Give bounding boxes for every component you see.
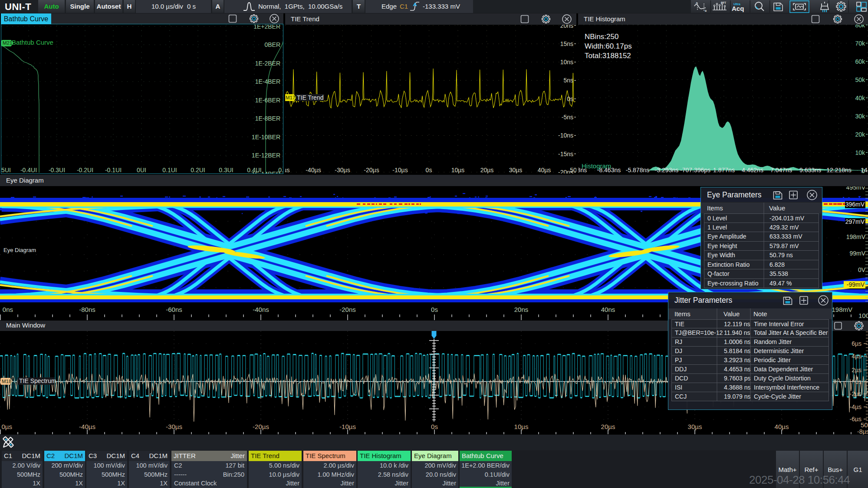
svg-text:40µs: 40µs [538,167,551,174]
svg-text:0s: 0s [567,95,573,102]
svg-text:14.8(: 14.8( [861,167,868,174]
svg-text:TIE Spectrum: TIE Spectrum [19,377,56,384]
svg-text:Eye Diagram: Eye Diagram [3,247,36,253]
svg-text:0s: 0s [431,306,438,313]
svg-text:Bathtub Curve: Bathtub Curve [12,39,53,46]
svg-text:-10ns: -10ns [558,132,573,139]
svg-text:Histogram: Histogram [582,162,611,170]
svg-text:Width:60.17ps: Width:60.17ps [585,42,632,50]
svg-text:-6µs: -6µs [849,416,861,422]
svg-text:0.1UI: 0.1UI [162,167,177,174]
svg-text:20k: 20k [855,131,865,138]
svg-text:0s: 0s [855,378,861,385]
svg-text:0µs: 0µs [285,167,289,174]
svg-text:1E-4BER: 1E-4BER [255,78,280,85]
svg-text:1.877ns: 1.877ns [713,167,735,174]
svg-text:396mV: 396mV [845,201,865,208]
svg-text:-40µs: -40µs [79,423,95,430]
svg-text:5UI: 5UI [1,167,11,174]
svg-text:-30µs: -30µs [335,167,350,174]
svg-text:0.3UI: 0.3UI [219,167,233,174]
svg-text:15ns: 15ns [560,40,573,47]
svg-text:M18: M18 [2,379,11,384]
svg-text:-10µs: -10µs [339,423,356,430]
svg-text:0µs: 0µs [2,423,13,430]
svg-text:-0.2UI: -0.2UI [77,167,93,174]
svg-text:0s: 0s [431,423,438,430]
svg-text:-20µs: -20µs [364,167,379,174]
svg-text:-2µs: -2µs [849,390,861,397]
svg-text:1E-8BER: 1E-8BER [255,115,280,122]
svg-text:0BER: 0BER [264,41,280,48]
svg-text:4µs: 4µs [852,353,861,360]
svg-text:10k: 10k [855,149,865,156]
svg-text:0ns: 0ns [3,306,13,313]
svg-text:-10µs: -10µs [392,167,408,174]
svg-text:-80ns: -80ns [79,306,95,313]
svg-text:-707.396ps: -707.396ps [680,167,710,174]
svg-text:10µs: 10µs [451,167,465,174]
svg-text:-4µs: -4µs [849,403,861,410]
svg-text:60k: 60k [855,58,865,65]
svg-text:100: 100 [858,312,868,319]
svg-text:-15ns: -15ns [558,151,573,157]
svg-text:20ns: 20ns [514,306,529,313]
svg-text:198mV: 198mV [846,233,866,240]
svg-text:297mV: 297mV [845,218,865,225]
svg-text:NBins:250: NBins:250 [585,33,618,41]
svg-text:495mV: 495mV [846,187,866,191]
svg-text:-40µs: -40µs [306,167,321,174]
svg-text:-0.3UI: -0.3UI [49,167,65,174]
svg-text:99mV: 99mV [849,250,865,257]
svg-text:40µs: 40µs [775,423,789,430]
svg-text:-3.293ns: -3.293ns [655,167,678,174]
svg-text:40k: 40k [855,95,865,102]
svg-text:30k: 30k [855,113,865,120]
svg-text:-30µs: -30µs [166,423,182,430]
svg-text:4.462ns: 4.462ns [742,167,763,174]
svg-text:M17: M17 [286,95,295,100]
svg-text:10µs: 10µs [514,423,529,430]
svg-text:2µs: 2µs [852,367,861,373]
svg-text:10ns: 10ns [560,59,573,66]
svg-text:7.047ns: 7.047ns [770,167,792,174]
svg-text:-5ns: -5ns [562,114,573,121]
svg-text:50: 50 [861,422,868,429]
svg-text:12.218ns: 12.218ns [826,167,852,174]
svg-text:M21: M21 [3,40,12,46]
svg-text:50: 50 [570,167,576,174]
svg-text:-40ns: -40ns [253,306,269,313]
svg-text:1E-2BER: 1E-2BER [255,60,280,67]
svg-text:70k: 70k [855,40,865,47]
svg-text:-8µs: -8µs [857,428,868,435]
svg-text:6µs: 6µs [852,340,861,347]
svg-text:0.5: 0.5 [278,167,283,174]
svg-text:-198mV: -198mV [829,306,852,313]
svg-text:-0.1UI: -0.1UI [105,167,122,174]
svg-text:-5.878ns: -5.878ns [626,167,649,174]
svg-text:-20µs: -20µs [253,423,269,430]
svg-text:1E-6BER: 1E-6BER [255,97,280,104]
svg-text:1E-12BER: 1E-12BER [252,152,280,159]
svg-text:-99mV: -99mV [847,281,865,288]
svg-text:20µs: 20µs [601,423,615,430]
svg-text:50k: 50k [855,76,865,83]
svg-text:40ns: 40ns [601,306,615,313]
svg-text:0.2UI: 0.2UI [191,167,205,174]
svg-text:-0.4UI: -0.4UI [20,167,37,174]
svg-text:-60ns: -60ns [166,306,182,313]
svg-text:0.4UI: 0.4UI [247,167,261,174]
svg-text:20µs: 20µs [480,167,494,174]
svg-text:0UI: 0UI [137,167,146,174]
svg-text:30µs: 30µs [688,423,702,430]
svg-text:5ns: 5ns [563,77,573,84]
svg-text:-20ns: -20ns [339,306,356,313]
svg-text:1E-10BER: 1E-10BER [252,134,280,141]
svg-text:Total:3188152: Total:3188152 [585,52,631,60]
svg-text:TIE Trend: TIE Trend [297,94,323,101]
svg-text:9.633ns: 9.633ns [799,167,821,174]
svg-text:30µs: 30µs [509,167,523,174]
svg-text:0s: 0s [426,167,432,174]
svg-text:0V: 0V [858,266,866,273]
